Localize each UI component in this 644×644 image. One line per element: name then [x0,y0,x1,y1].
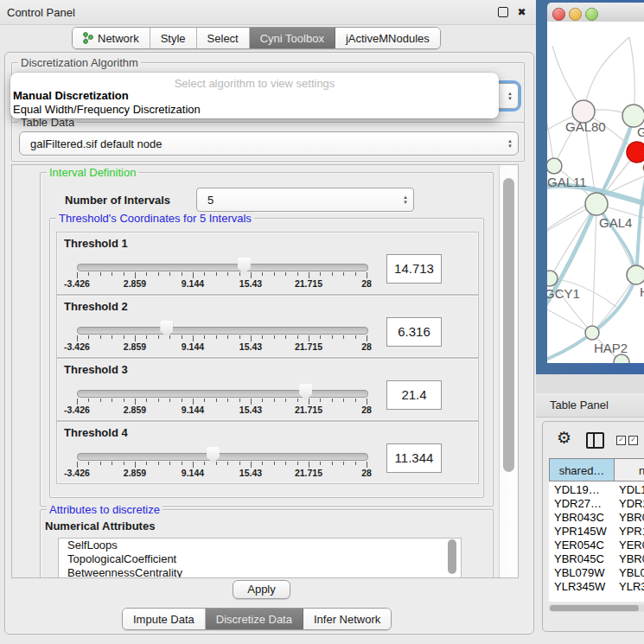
threshold-value-field[interactable]: 11.344 [386,443,442,473]
cell-name[interactable]: YER0 [619,539,644,552]
number-of-intervals-label: Number of Intervals [65,194,170,207]
table-header-shared[interactable]: shared… [549,458,615,481]
table-row[interactable]: YBR043CYBR0 [549,511,644,525]
cell-shared-name[interactable]: YBR045C [554,552,604,566]
cell-name[interactable]: YDR2 [619,497,644,511]
tab-style[interactable]: Style [150,28,197,48]
checkbox-icon[interactable]: ✓ [628,436,638,445]
cell-shared-name[interactable]: YBL079W [554,566,605,580]
tab-cyni-toolbox[interactable]: Cyni Toolbox [250,28,335,48]
cell-shared-name[interactable]: YBR043C [554,511,604,525]
slider-tick-labels: -3.4262.8599.14415.4321.71528 [77,405,367,416]
table-header-name[interactable]: n [614,458,644,481]
table-data-combobox[interactable]: galFiltered.sif default node ▲▼ [19,131,519,156]
numerical-attributes-list[interactable]: SelfLoopsTopologicalCoefficientBetweenne… [58,538,462,578]
slider-track[interactable] [77,264,368,271]
threshold-panel-1: Threshold 1-3.4262.8599.14415.4321.71528… [56,232,479,295]
close-icon[interactable]: ✖ [516,7,527,18]
float-window-icon[interactable] [498,7,508,17]
attributes-group: Attributes to discretize Numerical Attri… [40,509,494,578]
cell-shared-name[interactable]: YDL19… [554,483,600,497]
tab-discretize-data[interactable]: Discretize Data [206,609,303,629]
table-row[interactable]: YDR27…YDR2 [549,497,644,511]
node-label: H [640,284,644,299]
scrollbar-thumb[interactable] [503,178,514,472]
cell-shared-name[interactable]: YDR27… [554,497,602,511]
tab-label: Style [161,32,186,45]
number-of-intervals-spinner[interactable]: 5 ▲▼ [196,188,414,212]
popup-option-equal-width-frequency[interactable]: Equal Width/Frequency Discretization [12,103,497,117]
threshold-panel-3: Threshold 3-3.4262.8599.14415.4321.71528… [56,358,479,421]
network-icon [83,32,93,44]
table-row[interactable]: YIL052CYIL0 [549,594,644,595]
algorithm-group-title: Discretization Algorithm [18,56,141,69]
table-row[interactable]: YER054CYER0 [549,539,644,552]
tab-impute-data[interactable]: Impute Data [123,609,206,629]
threshold-value-field[interactable]: 21.4 [386,380,442,410]
main-vertical-scrollbar[interactable] [499,165,519,577]
tab-infer-network[interactable]: Infer Network [303,609,391,629]
cell-name[interactable]: YBL0 [619,566,644,580]
attributes-group-title: Attributes to discretize [47,503,163,516]
node-label: GAL80 [565,119,606,134]
attribute-item[interactable]: SelfLoops [59,539,461,552]
cell-name[interactable]: YBR0 [619,511,644,525]
tab-label: Discretize Data [216,613,292,626]
cell-name[interactable]: YPR1 [619,525,644,539]
table-panel-title: Table Panel [550,399,609,411]
cell-shared-name[interactable]: YIL052C [554,594,598,595]
table-body: YDL19…YDL1YDR27…YDR2YBR043CYBR0YPR145WYP… [549,481,644,595]
cell-name[interactable]: YBR0 [619,552,644,566]
table-horizontal-scrollbar[interactable] [549,604,644,612]
attribute-item[interactable]: BetweennessCentrality [59,566,461,578]
cell-name[interactable]: YLR3 [619,580,644,594]
slider-track[interactable] [77,327,368,335]
table-row[interactable]: YBL079WYBL0 [549,566,644,580]
intervals-value: 5 [197,194,398,207]
slider-track[interactable] [77,453,368,461]
gear-icon[interactable]: ⚙ [557,430,571,446]
cell-shared-name[interactable]: YLR345W [554,580,605,594]
node-label: GAL4 [599,215,632,230]
network-window-titlebar[interactable] [547,3,644,22]
slider-track[interactable] [77,390,368,398]
thresholds-group: Threshold's Coordinates for 5 Intervals … [49,218,484,498]
table-row[interactable]: YLR345WYLR3 [549,580,644,594]
node-label: GAL11 [547,175,587,189]
apply-button[interactable]: Apply [233,580,290,599]
network-node [547,271,558,286]
threshold-value-field[interactable]: 14.713 [386,254,442,284]
attribute-item[interactable]: TopologicalCoefficient [59,552,461,566]
table-panel: ⚙ ✓ ✓ shared… n YDL19…YDL1YDR27…YDR2YBR0… [542,421,644,632]
cell-shared-name[interactable]: YER054C [554,539,604,552]
threshold-label: Threshold 3 [64,363,128,376]
tab-label: Impute Data [133,613,194,626]
top-tab-bar: NetworkStyleSelectCyni ToolboxjActiveMNo… [72,27,441,49]
zoom-traffic-light[interactable] [585,8,598,21]
tab-select[interactable]: Select [197,28,250,48]
combo-arrows-icon: ▲▼ [502,139,518,149]
cell-shared-name[interactable]: YPR145W [554,525,607,539]
node-attribute-table[interactable]: shared… n YDL19…YDL1YDR27…YDR2YBR043CYBR… [549,458,644,602]
table-row[interactable]: YDL19…YDL1 [549,483,644,497]
popup-option-manual-discretization[interactable]: Manual Discretization [12,89,497,103]
attributes-list-scrollbar[interactable] [448,539,456,574]
close-traffic-light[interactable] [552,8,565,21]
tab-jactivemnodules[interactable]: jActiveMNodules [335,28,440,48]
split-columns-icon[interactable] [586,432,604,449]
panel-divider [536,374,644,393]
cell-name[interactable]: YIL0 [619,594,642,595]
h-scroll-thumb[interactable] [550,605,639,611]
tab-network[interactable]: Network [73,28,150,48]
screen: Control Panel ✖ NetworkStyleSelectCyni T… [0,0,644,644]
network-node [585,193,608,215]
threshold-value-field[interactable]: 6.316 [386,317,442,347]
table-row[interactable]: YBR045CYBR0 [549,552,644,566]
network-canvas[interactable]: GAL80GACGAL11GAL4GCY1HHAP2 [547,22,644,363]
network-node [547,158,562,174]
checkbox-icon[interactable]: ✓ [616,436,626,445]
table-row[interactable]: YPR145WYPR1 [549,525,644,539]
threshold-panel-4: Threshold 4-3.4262.8599.14415.4321.71528… [56,421,479,484]
minimize-traffic-light[interactable] [569,8,582,21]
cell-name[interactable]: YDL1 [619,483,644,497]
